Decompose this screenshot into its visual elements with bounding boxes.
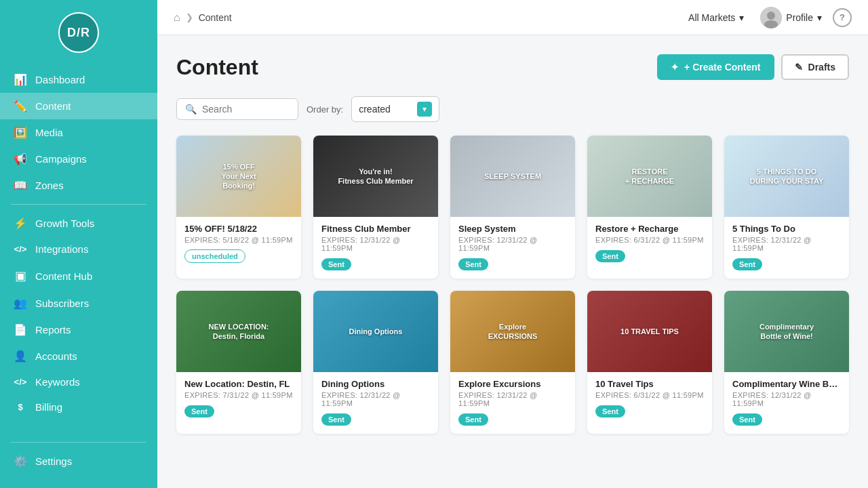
card-expires: EXPIRES: 5/18/22 @ 11:59PM [184,236,293,244]
sidebar-item-keywords[interactable]: </> Keywords [0,369,157,394]
market-chevron-icon: ▾ [739,12,744,23]
card-expires: EXPIRES: 12/31/22 @ 11:59PM [321,236,430,252]
drafts-button[interactable]: ✎ Drafts [781,54,849,80]
sidebar-item-settings[interactable]: ⚙️ Settings [0,448,157,474]
card-body: Complimentary Wine Bottle EXPIRES: 12/31… [724,372,849,434]
sidebar-item-dashboard[interactable]: 📊 Dashboard [0,66,157,93]
search-icon: 🔍 [185,104,197,115]
status-badge: Sent [732,413,762,426]
status-badge: unscheduled [184,249,245,263]
card-title: Dining Options [321,379,430,389]
help-button[interactable]: ? [833,8,852,27]
sidebar-item-integrations[interactable]: </> Integrations [0,237,157,262]
sidebar-item-subscribers[interactable]: 👥 Subscribers [0,290,157,317]
content-card[interactable]: NEW LOCATION:Destin, Florida New Locatio… [176,291,301,434]
card-thumbnail: 5 THINGS TO DODURING YOUR STAY [724,136,849,217]
order-select[interactable]: created ▾ [351,96,439,122]
thumb-text: RESTORE+ RECHARGE [625,167,674,186]
drafts-label: Drafts [808,62,835,73]
thumb-text: Dining Options [349,327,403,336]
card-title: Fitness Club Member [321,224,430,234]
keywords-icon: </> [14,377,27,387]
content-hub-icon: ▣ [14,268,27,283]
nav-divider-bottom [11,442,146,443]
settings-icon: ⚙️ [14,455,27,468]
breadcrumb: Content [199,12,232,23]
card-expires: EXPIRES: 6/31/22 @ 11:59PM [595,236,704,244]
thumb-text: 10 TRAVEL TIPS [620,327,679,336]
dashboard-icon: 📊 [14,73,27,86]
create-icon: ✦ [671,62,679,73]
sidebar-bottom: ⚙️ Settings [0,430,157,488]
status-badge: Sent [595,405,625,418]
thumb-text: ComplimentaryBottle of Wine! [760,322,814,342]
search-input[interactable] [202,104,290,115]
main: ⌂ ❯ Content All Markets ▾ Profile ▾ ? Co… [157,0,868,488]
svg-point-1 [767,12,775,20]
order-value: created [359,104,413,115]
card-thumbnail: ExploreEXCURSIONS [450,291,575,372]
avatar [760,7,782,28]
drafts-icon: ✎ [795,62,803,73]
content-card[interactable]: Dining Options Dining Options EXPIRES: 1… [313,291,438,434]
content-card[interactable]: 5 THINGS TO DODURING YOUR STAY 5 Things … [724,136,849,279]
card-body: 5 Things To Do EXPIRES: 12/31/22 @ 11:59… [724,217,849,279]
content-card[interactable]: ExploreEXCURSIONS Explore Excursions EXP… [450,291,575,434]
market-selector[interactable]: All Markets ▾ [683,9,749,26]
sidebar-item-growth-tools[interactable]: ⚡ Growth Tools [0,210,157,237]
reports-icon: 📄 [14,323,27,336]
sidebar-item-campaigns[interactable]: 📢 Campaigns [0,146,157,172]
zones-icon: 📖 [14,179,27,192]
home-icon[interactable]: ⌂ [174,12,180,24]
thumb-text: 15% OFFYour NextBooking! [221,162,256,191]
thumb-text: You're in!Fitness Club Member [338,167,413,186]
profile-menu[interactable]: Profile ▾ [755,4,827,31]
sidebar-item-content-hub[interactable]: ▣ Content Hub [0,262,157,290]
status-badge: Sent [458,413,488,426]
content-card[interactable]: 15% OFFYour NextBooking! 15% OFF! 5/18/2… [176,136,301,279]
content-card[interactable]: ComplimentaryBottle of Wine! Complimenta… [724,291,849,434]
sidebar-item-label: Accounts [35,350,77,362]
sidebar-item-label: Integrations [35,243,88,255]
card-thumbnail: ComplimentaryBottle of Wine! [724,291,849,372]
sidebar-item-reports[interactable]: 📄 Reports [0,317,157,343]
help-icon: ? [840,12,845,22]
thumb-text: NEW LOCATION:Destin, Florida [208,322,269,342]
sidebar-item-label: Content Hub [35,270,92,282]
card-thumbnail: RESTORE+ RECHARGE [587,136,712,217]
svg-point-2 [764,20,778,28]
card-body: Sleep System EXPIRES: 12/31/22 @ 11:59PM… [450,217,575,279]
growth-tools-icon: ⚡ [14,217,27,230]
card-body: New Location: Destin, FL EXPIRES: 7/31/2… [176,372,301,426]
card-body: Dining Options EXPIRES: 12/31/22 @ 11:59… [313,372,438,434]
search-box[interactable]: 🔍 [176,98,298,120]
content-card[interactable]: RESTORE+ RECHARGE Restore + Recharge EXP… [587,136,712,279]
sidebar-item-label: Subscribers [35,298,89,309]
integrations-icon: </> [14,244,27,254]
sidebar-item-label: Zones [35,180,64,191]
content-card[interactable]: SLEEP SYSTEM Sleep System EXPIRES: 12/31… [450,136,575,279]
header-actions: ✦ + Create Content ✎ Drafts [657,54,849,80]
settings-label: Settings [35,455,72,467]
sidebar-item-zones[interactable]: 📖 Zones [0,172,157,199]
sidebar-item-accounts[interactable]: 👤 Accounts [0,343,157,369]
sidebar-item-label: Billing [35,401,62,413]
content-card[interactable]: You're in!Fitness Club Member Fitness Cl… [313,136,438,279]
sidebar-item-content[interactable]: ✏️ Content [0,93,157,119]
card-thumbnail: NEW LOCATION:Destin, Florida [176,291,301,372]
content-area: Content ✦ + Create Content ✎ Drafts 🔍 Or… [157,35,868,488]
card-thumbnail: Dining Options [313,291,438,372]
sidebar-item-media[interactable]: 🖼️ Media [0,119,157,146]
sidebar-item-label: Campaigns [35,153,87,165]
status-badge: Sent [321,258,351,270]
card-body: Explore Excursions EXPIRES: 12/31/22 @ 1… [450,372,575,434]
sidebar-item-label: Dashboard [35,74,85,85]
create-content-button[interactable]: ✦ + Create Content [657,54,774,80]
content-card[interactable]: 10 TRAVEL TIPS 10 Travel Tips EXPIRES: 6… [587,291,712,434]
create-label: + Create Content [684,62,760,73]
sidebar-item-label: Reports [35,324,71,336]
card-body: Restore + Recharge EXPIRES: 6/31/22 @ 11… [587,217,712,270]
card-expires: EXPIRES: 12/31/22 @ 11:59PM [321,391,430,407]
billing-icon: $ [14,402,27,412]
sidebar-item-billing[interactable]: $ Billing [0,394,157,420]
